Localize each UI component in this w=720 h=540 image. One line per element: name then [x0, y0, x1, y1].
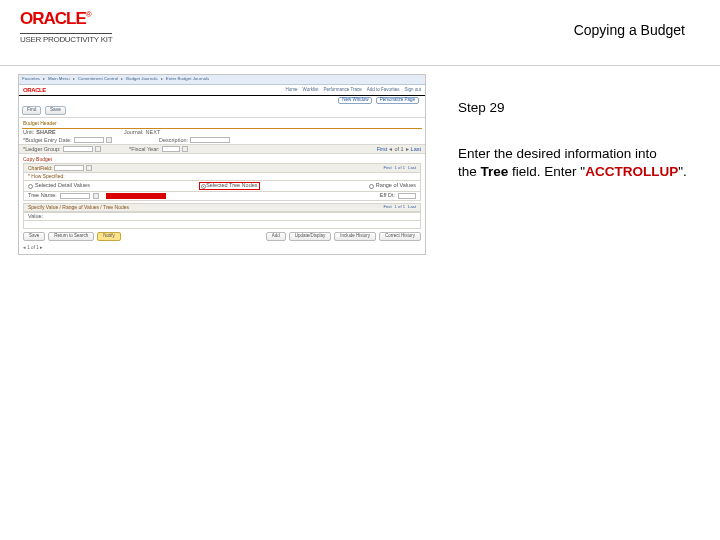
breadcrumb[interactable]: Budget Journals	[126, 77, 158, 81]
label-journal: Journal:	[124, 130, 144, 136]
input-treename[interactable]	[60, 193, 90, 199]
row-radios: Selected Detail Values Selected Tree Nod…	[23, 181, 421, 192]
registered-mark: ®	[86, 10, 92, 19]
brand-bar: ORACLE Home Worklist Performance Trace A…	[19, 85, 425, 96]
notify-button[interactable]: Notify	[97, 232, 121, 241]
input-fy[interactable]	[162, 146, 180, 152]
instruction-text: Enter the desired information into the T…	[458, 145, 688, 181]
update-button[interactable]: Update/Display	[289, 232, 332, 241]
label-ledger: *Ledger Group:	[23, 147, 61, 153]
grid-last[interactable]: Last	[411, 147, 421, 153]
row-date-desc: *Budget Entry Date: Description:	[19, 136, 425, 144]
save-button[interactable]: Save	[23, 232, 45, 241]
value-unit: SHARE	[36, 130, 55, 136]
nav-home[interactable]: Home	[286, 88, 298, 93]
radio-range[interactable]	[369, 184, 374, 189]
nav-perf-trace[interactable]: Performance Trace	[323, 88, 361, 93]
value-journal: NEXT	[146, 130, 161, 136]
highlight-tree-input	[106, 193, 166, 199]
input-entry-date[interactable]	[74, 137, 104, 143]
add-button[interactable]: Add	[266, 232, 286, 241]
row-howspec: * How Specified:	[23, 173, 421, 181]
grid-counter: 1 of 1	[395, 166, 405, 170]
label-value: Value:	[28, 214, 43, 220]
row-treename: Tree Name: Eff Dt:	[23, 192, 421, 201]
page-toolbar: Find Save	[19, 104, 425, 118]
breadcrumb[interactable]: Commitment Control	[78, 77, 118, 81]
return-button[interactable]: Return to Search	[48, 232, 94, 241]
grid-last[interactable]: Last	[408, 166, 416, 170]
tab-copy-budget[interactable]: Copy Budget	[19, 154, 425, 163]
app-screenshot: Favorites ▸ Main Menu ▸ Commitment Contr…	[18, 74, 426, 255]
instruction-panel: Step 29 Enter the desired information in…	[438, 74, 688, 255]
input-description[interactable]	[190, 137, 230, 143]
label-specify: Specify Value / Range of Values / Tree N…	[28, 205, 129, 210]
lookup-icon[interactable]	[182, 146, 188, 152]
entry-value: ACCTROLLUP	[585, 164, 678, 179]
upk-header: ORACLE® USER PRODUCTIVITY KIT Copying a …	[0, 0, 720, 66]
input-ledger[interactable]	[63, 146, 93, 152]
find-button[interactable]: Find	[22, 106, 41, 115]
brand-subtext: USER PRODUCTIVITY KIT	[20, 33, 112, 44]
label-entry-date: *Budget Entry Date:	[23, 138, 72, 144]
lookup-icon[interactable]	[93, 193, 99, 199]
row-value: Value:	[23, 212, 421, 222]
grid-first[interactable]: First	[383, 166, 391, 170]
correct-button[interactable]: Correct History	[379, 232, 421, 241]
row-unit-journal: Unit: SHARE Journal: NEXT	[19, 129, 425, 137]
paging-info: ◂ 1 of 1 ▸	[19, 244, 425, 255]
lookup-icon[interactable]	[95, 146, 101, 152]
field-name: Tree	[481, 164, 509, 179]
step-label: Step 29	[458, 99, 688, 117]
new-window-link[interactable]: New Window	[338, 97, 372, 104]
grid-counter: 1 of 1	[395, 205, 405, 209]
breadcrumb[interactable]: Main Menu	[48, 77, 70, 81]
nav-fav[interactable]: Add to Favorites	[367, 88, 400, 93]
breadcrumb-bar: Favorites ▸ Main Menu ▸ Commitment Contr…	[19, 75, 425, 85]
screenshot-column: Favorites ▸ Main Menu ▸ Commitment Contr…	[18, 74, 438, 255]
nav-signout[interactable]: Sign out	[404, 88, 421, 93]
label-chartfield: ChartField:	[28, 166, 52, 171]
breadcrumb[interactable]: Favorites	[22, 77, 40, 81]
label-unit: Unit:	[23, 130, 34, 136]
row-empty	[23, 221, 421, 229]
label-fy: *Fiscal Year:	[129, 147, 160, 153]
grid-counter: of 1	[394, 147, 403, 153]
highlight-tree-radio: Selected Tree Nodes	[199, 182, 259, 190]
radio-tree[interactable]	[201, 184, 206, 189]
row-ledger: *Ledger Group: *Fiscal Year: First ◂ of …	[19, 144, 425, 154]
brand-text: ORACLE	[20, 9, 86, 28]
section-budget-header: Budget Header	[19, 118, 425, 128]
topic-title: Copying a Budget	[574, 22, 685, 38]
label-howspec: * How Specified:	[28, 174, 65, 179]
save-button[interactable]: Save	[45, 106, 66, 115]
label-effdt: Eff Dt:	[380, 193, 395, 199]
grid-first[interactable]: First	[383, 205, 391, 209]
global-links: Home Worklist Performance Trace Add to F…	[286, 88, 421, 93]
grid-first[interactable]: First	[377, 147, 388, 153]
input-effdt[interactable]	[398, 193, 416, 199]
sub-toolbar: New Window Personalize Page	[19, 96, 425, 104]
footer-toolbar: Save Return to Search Notify Add Update/…	[19, 229, 425, 244]
grid1-header: ChartField: First 1 of 1 Last	[23, 163, 421, 173]
grid2-header: Specify Value / Range of Values / Tree N…	[23, 203, 421, 212]
input-chartfield[interactable]	[54, 165, 84, 171]
personalize-link[interactable]: Personalize Page	[376, 97, 419, 104]
oracle-logo-mini: ORACLE	[23, 87, 46, 93]
label-description: Description:	[159, 138, 188, 144]
history-button[interactable]: Include History	[334, 232, 376, 241]
label-treename: Tree Name:	[28, 193, 57, 199]
nav-worklist[interactable]: Worklist	[303, 88, 319, 93]
lookup-icon[interactable]	[86, 165, 92, 171]
grid-last[interactable]: Last	[408, 205, 416, 209]
breadcrumb[interactable]: Enter Budget Journals	[166, 77, 209, 81]
calendar-icon[interactable]	[106, 137, 112, 143]
radio-detail[interactable]	[28, 184, 33, 189]
oracle-logo: ORACLE® USER PRODUCTIVITY KIT	[20, 10, 112, 46]
